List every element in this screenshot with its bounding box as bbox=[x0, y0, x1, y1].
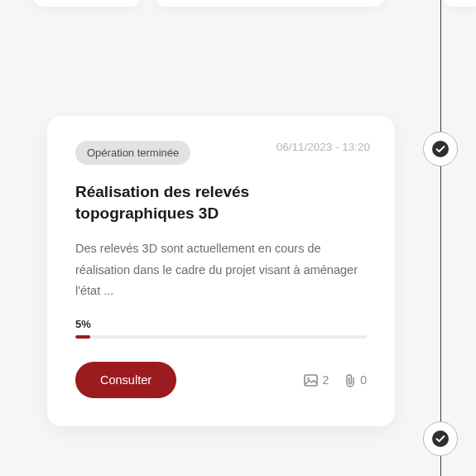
top-card-row bbox=[0, 0, 476, 7]
card-title: Réalisation des relevés topographiques 3… bbox=[75, 181, 367, 224]
progress-fill bbox=[75, 335, 90, 339]
progress-track bbox=[75, 335, 367, 339]
consult-button[interactable]: Consulter bbox=[75, 362, 176, 398]
meta-group: 2 0 bbox=[304, 373, 367, 387]
svg-point-1 bbox=[432, 430, 449, 447]
progress-label: 5% bbox=[75, 318, 367, 330]
top-card bbox=[156, 0, 385, 7]
attachment-count-value: 0 bbox=[360, 373, 367, 387]
timeline-marker bbox=[423, 132, 458, 166]
image-count-value: 2 bbox=[322, 373, 329, 387]
top-card bbox=[33, 0, 141, 7]
image-count: 2 bbox=[304, 373, 329, 387]
check-circle-icon bbox=[432, 430, 449, 447]
progress-area: 5% bbox=[75, 318, 367, 339]
timeline-line bbox=[440, 0, 441, 476]
svg-point-3 bbox=[308, 377, 310, 380]
svg-rect-2 bbox=[305, 375, 317, 386]
status-badge: Opération terminée bbox=[75, 141, 190, 165]
paperclip-icon bbox=[344, 373, 356, 387]
card-description: Des relevés 3D sont actuellement en cour… bbox=[75, 238, 367, 301]
svg-point-0 bbox=[432, 141, 449, 157]
top-card bbox=[443, 0, 476, 7]
image-icon bbox=[304, 373, 318, 387]
timestamp: 06/11/2023 - 13:20 bbox=[276, 141, 370, 153]
attachment-count: 0 bbox=[344, 373, 367, 387]
operation-card: Opération terminée 06/11/2023 - 13:20 Ré… bbox=[47, 116, 395, 426]
check-circle-icon bbox=[432, 141, 449, 157]
timeline-marker bbox=[423, 421, 458, 456]
card-footer: Consulter 2 0 bbox=[75, 362, 367, 398]
